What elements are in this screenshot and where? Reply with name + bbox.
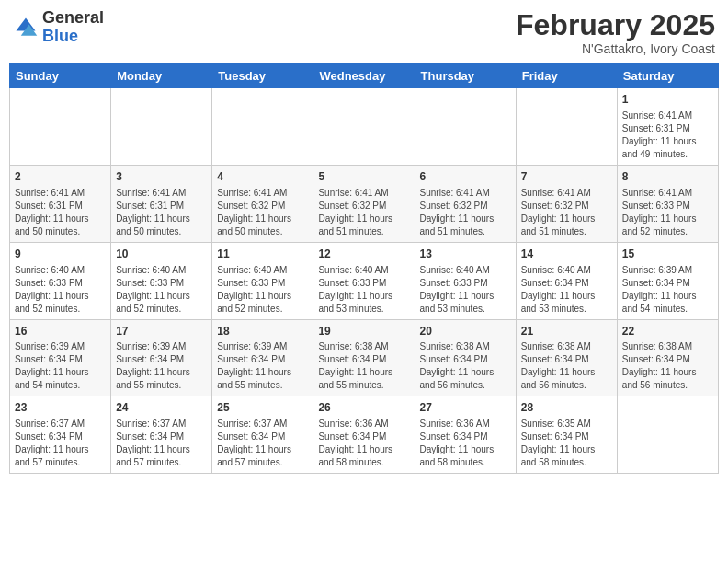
day-number: 3 <box>116 169 207 185</box>
logo-text: General Blue <box>42 9 104 46</box>
cell-info-line: Sunset: 6:34 PM <box>420 431 488 442</box>
day-number: 17 <box>116 324 207 339</box>
calendar-cell <box>415 88 516 166</box>
week-row-2: 2Sunrise: 6:41 AMSunset: 6:31 PMDaylight… <box>10 165 719 242</box>
cell-content: 10Sunrise: 6:40 AMSunset: 6:33 PMDayligh… <box>116 247 207 316</box>
cell-content: 15Sunrise: 6:39 AMSunset: 6:34 PMDayligh… <box>622 247 713 316</box>
cell-content: 27Sunrise: 6:36 AMSunset: 6:34 PMDayligh… <box>420 400 511 469</box>
cell-info-line: Sunrise: 6:37 AM <box>217 419 287 429</box>
calendar-cell: 26Sunrise: 6:36 AMSunset: 6:34 PMDayligh… <box>313 396 415 474</box>
logo-general-text: General <box>42 9 104 28</box>
cell-info-line: Sunrise: 6:41 AM <box>318 188 388 198</box>
cell-info-line: Daylight: 11 hours and 58 minutes. <box>521 444 596 467</box>
calendar-cell: 14Sunrise: 6:40 AMSunset: 6:34 PMDayligh… <box>516 242 617 319</box>
cell-info-line: Sunset: 6:34 PM <box>217 354 285 364</box>
cell-info-line: Sunrise: 6:38 AM <box>622 341 692 351</box>
cell-info-line: Sunrise: 6:40 AM <box>521 265 591 275</box>
cell-content: 21Sunrise: 6:38 AMSunset: 6:34 PMDayligh… <box>521 324 612 393</box>
cell-info-line: Sunset: 6:31 PM <box>116 201 184 211</box>
cell-content: 12Sunrise: 6:40 AMSunset: 6:33 PMDayligh… <box>318 247 409 316</box>
cell-content: 7Sunrise: 6:41 AMSunset: 6:32 PMDaylight… <box>521 169 612 238</box>
calendar-cell: 23Sunrise: 6:37 AMSunset: 6:34 PMDayligh… <box>10 396 111 474</box>
cell-info-line: Daylight: 11 hours and 56 minutes. <box>521 367 596 390</box>
calendar-cell <box>313 88 415 166</box>
title-block: February 2025 N'Gattakro, Ivory Coast <box>516 9 715 56</box>
calendar-cell: 15Sunrise: 6:39 AMSunset: 6:34 PMDayligh… <box>617 242 718 319</box>
cell-info-line: Sunset: 6:34 PM <box>217 431 285 442</box>
cell-info-line: Sunset: 6:31 PM <box>15 201 83 211</box>
day-number: 1 <box>622 92 713 108</box>
cell-info-line: Daylight: 11 hours and 50 minutes. <box>15 213 89 236</box>
cell-info-line: Daylight: 11 hours and 53 minutes. <box>318 291 392 314</box>
cell-info-line: Sunset: 6:32 PM <box>217 201 285 211</box>
cell-info-line: Daylight: 11 hours and 53 minutes. <box>521 291 596 314</box>
day-number: 28 <box>521 400 612 416</box>
cell-content: 25Sunrise: 6:37 AMSunset: 6:34 PMDayligh… <box>217 400 308 469</box>
cell-info-line: Daylight: 11 hours and 54 minutes. <box>622 291 697 314</box>
cell-info-line: Sunset: 6:34 PM <box>15 354 83 364</box>
location-subtitle: N'Gattakro, Ivory Coast <box>516 41 715 56</box>
cell-info-line: Daylight: 11 hours and 52 minutes. <box>217 291 291 314</box>
cell-info-line: Daylight: 11 hours and 57 minutes. <box>217 444 291 467</box>
cell-info-line: Sunset: 6:34 PM <box>116 431 184 442</box>
cell-info-line: Sunset: 6:34 PM <box>420 354 488 364</box>
cell-info-line: Sunrise: 6:41 AM <box>15 188 85 198</box>
logo-icon <box>13 15 39 40</box>
day-number: 7 <box>521 169 612 185</box>
cell-info-line: Sunrise: 6:41 AM <box>217 188 287 198</box>
cell-info-line: Sunset: 6:34 PM <box>521 431 589 442</box>
cell-content: 9Sunrise: 6:40 AMSunset: 6:33 PMDaylight… <box>15 247 106 316</box>
day-number: 26 <box>318 400 409 416</box>
cell-content: 18Sunrise: 6:39 AMSunset: 6:34 PMDayligh… <box>217 324 308 393</box>
cell-content: 28Sunrise: 6:35 AMSunset: 6:34 PMDayligh… <box>521 400 612 469</box>
week-row-4: 16Sunrise: 6:39 AMSunset: 6:34 PMDayligh… <box>10 319 719 396</box>
day-number: 9 <box>15 247 106 262</box>
cell-info-line: Sunrise: 6:40 AM <box>420 265 490 275</box>
cell-content: 26Sunrise: 6:36 AMSunset: 6:34 PMDayligh… <box>318 400 409 469</box>
cell-info-line: Daylight: 11 hours and 51 minutes. <box>420 213 495 236</box>
cell-info-line: Daylight: 11 hours and 56 minutes. <box>420 367 495 390</box>
day-number: 22 <box>622 324 713 339</box>
cell-content: 23Sunrise: 6:37 AMSunset: 6:34 PMDayligh… <box>15 400 106 469</box>
cell-info-line: Sunrise: 6:36 AM <box>318 419 388 429</box>
cell-info-line: Sunset: 6:34 PM <box>15 431 83 442</box>
week-row-3: 9Sunrise: 6:40 AMSunset: 6:33 PMDaylight… <box>10 242 719 319</box>
day-number: 25 <box>217 400 308 416</box>
calendar-table: SundayMondayTuesdayWednesdayThursdayFrid… <box>9 63 719 474</box>
day-number: 12 <box>318 247 409 262</box>
calendar-cell: 9Sunrise: 6:40 AMSunset: 6:33 PMDaylight… <box>10 242 111 319</box>
cell-info-line: Sunrise: 6:40 AM <box>116 265 186 275</box>
calendar-cell: 28Sunrise: 6:35 AMSunset: 6:34 PMDayligh… <box>516 396 617 474</box>
cell-info-line: Daylight: 11 hours and 57 minutes. <box>116 444 190 467</box>
day-number: 8 <box>622 169 713 185</box>
column-header-tuesday: Tuesday <box>212 64 313 88</box>
cell-info-line: Sunset: 6:34 PM <box>622 354 690 364</box>
cell-info-line: Sunrise: 6:35 AM <box>521 419 591 429</box>
day-number: 6 <box>420 169 511 185</box>
cell-content: 1Sunrise: 6:41 AMSunset: 6:31 PMDaylight… <box>622 92 713 161</box>
calendar-cell <box>516 88 617 166</box>
calendar-cell: 1Sunrise: 6:41 AMSunset: 6:31 PMDaylight… <box>617 88 718 166</box>
cell-info-line: Sunset: 6:34 PM <box>521 354 589 364</box>
calendar-cell: 13Sunrise: 6:40 AMSunset: 6:33 PMDayligh… <box>415 242 516 319</box>
cell-info-line: Sunrise: 6:40 AM <box>217 265 287 275</box>
calendar-cell: 8Sunrise: 6:41 AMSunset: 6:33 PMDaylight… <box>617 165 718 242</box>
day-number: 23 <box>15 400 106 416</box>
day-number: 24 <box>116 400 207 416</box>
cell-info-line: Sunrise: 6:38 AM <box>521 341 591 351</box>
cell-content: 8Sunrise: 6:41 AMSunset: 6:33 PMDaylight… <box>622 169 713 238</box>
cell-info-line: Daylight: 11 hours and 55 minutes. <box>116 367 190 390</box>
week-row-1: 1Sunrise: 6:41 AMSunset: 6:31 PMDaylight… <box>10 88 719 166</box>
cell-info-line: Daylight: 11 hours and 53 minutes. <box>420 291 495 314</box>
calendar-cell <box>212 88 313 166</box>
cell-info-line: Sunrise: 6:41 AM <box>116 188 186 198</box>
cell-info-line: Daylight: 11 hours and 49 minutes. <box>622 136 697 159</box>
calendar-cell: 27Sunrise: 6:36 AMSunset: 6:34 PMDayligh… <box>415 396 516 474</box>
cell-info-line: Sunset: 6:33 PM <box>116 278 184 288</box>
day-number: 16 <box>15 324 106 339</box>
calendar-cell: 20Sunrise: 6:38 AMSunset: 6:34 PMDayligh… <box>415 319 516 396</box>
day-number: 21 <box>521 324 612 339</box>
calendar-cell: 22Sunrise: 6:38 AMSunset: 6:34 PMDayligh… <box>617 319 718 396</box>
cell-content: 11Sunrise: 6:40 AMSunset: 6:33 PMDayligh… <box>217 247 308 316</box>
calendar-cell: 7Sunrise: 6:41 AMSunset: 6:32 PMDaylight… <box>516 165 617 242</box>
